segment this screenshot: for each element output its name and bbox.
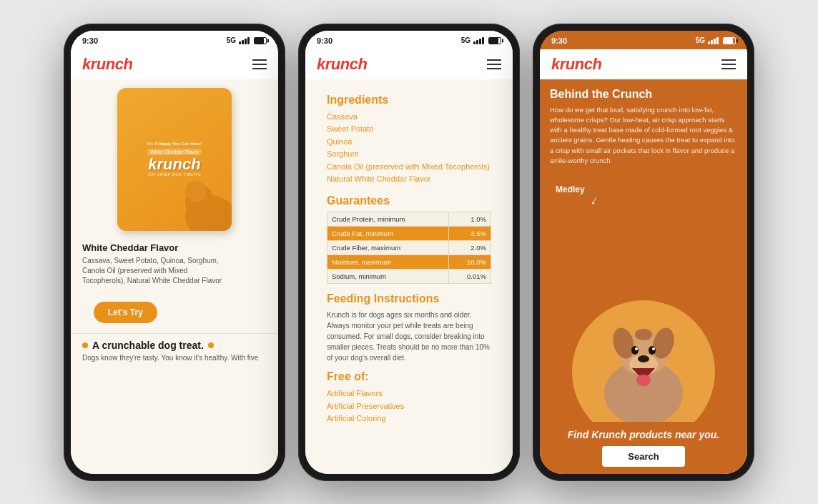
svg-point-12: [649, 346, 656, 355]
svg-point-15: [635, 329, 652, 340]
nav-bar-3: krunch: [540, 49, 747, 79]
battery-1: [254, 37, 267, 44]
ingredient-cassava: Cassava: [327, 111, 491, 124]
hamburger-2[interactable]: [487, 59, 501, 69]
bar1: [239, 41, 241, 44]
dot-right: [208, 342, 214, 348]
guarantee-row-3: Crude Fiber, maximum 2.0%: [327, 241, 491, 255]
product-bag: It's A Happy You Can Hear! White Cheddar…: [117, 88, 232, 231]
nav-bar-2: krunch: [305, 49, 513, 79]
status-right-2: 5G: [461, 36, 501, 44]
search-button[interactable]: Search: [602, 446, 684, 467]
circle-bite: [681, 182, 727, 228]
bar2: [711, 40, 713, 44]
guarantee-row-5: Sodium, minimum 0.01%: [327, 270, 491, 284]
ingredient-sweetpotato: Sweet Potato: [327, 123, 491, 136]
h-line1: [721, 59, 736, 61]
phone-2: 9:30 5G krunch: [298, 24, 520, 481]
feeding-text: Krunch is for dogs ages six months and o…: [327, 310, 491, 363]
svg-point-14: [652, 347, 655, 350]
logo-1: krunch: [82, 55, 132, 74]
ingredients-list: Cassava Sweet Potato Quinoa Sorghum Cano…: [327, 111, 491, 187]
medley-section: Medley ↓: [540, 174, 747, 422]
h-line3: [721, 68, 736, 69]
guarantees-table: Crude Protein, minimum 1.0% Crude Fat, m…: [327, 212, 491, 284]
h-line3: [487, 68, 501, 69]
free-artificial-preservatives: Artificial Preservatives: [327, 400, 491, 413]
ingredient-canola: Canola Oil (preserved with Mixed Tocophe…: [327, 161, 491, 174]
svg-point-11: [631, 346, 639, 355]
guarantee-value-3: 2.0%: [449, 241, 491, 255]
cta-area: Let's Try: [71, 292, 278, 333]
phone2-content: Ingredients Cassava Sweet Potato Quinoa …: [305, 79, 513, 474]
phone-1-screen: 9:30 5G krunch: [71, 31, 278, 474]
h-line3: [252, 68, 267, 69]
tagline-section: A crunchable dog treat. Dogs know they'r…: [71, 333, 278, 365]
bar2: [476, 40, 478, 44]
battery-2: [488, 37, 501, 44]
guarantee-value-5: 0.01%: [449, 270, 491, 284]
signal-bars-3: [708, 37, 719, 44]
h-line2: [721, 64, 736, 65]
bag-tagline: It's A Happy You Can Hear!: [147, 142, 202, 146]
guarantees-title: Guarantees: [327, 194, 491, 207]
bar4: [716, 37, 719, 44]
product-image-area: It's A Happy You Can Hear! White Cheddar…: [71, 79, 278, 237]
phone-3-screen: 9:30 5G krunch: [540, 31, 747, 474]
guarantee-label-5: Sodium, minimum: [327, 270, 449, 284]
medley-arrow-icon: ↓: [588, 192, 601, 209]
guarantee-value-4: 10.0%: [449, 255, 491, 270]
free-of-list: Artificial Flavors Artificial Preservati…: [327, 387, 491, 425]
behind-title: Behind the Crunch: [550, 88, 737, 101]
svg-point-10: [636, 375, 651, 386]
phone-2-screen: 9:30 5G krunch: [305, 31, 513, 474]
status-bar-2: 9:30 5G: [305, 31, 513, 49]
status-right-3: 5G: [696, 36, 736, 44]
bar1: [473, 41, 475, 44]
hamburger-1[interactable]: [252, 59, 267, 69]
status-right-1: 5G: [227, 36, 267, 44]
network-1: 5G: [227, 36, 236, 44]
bag-dog-art: [167, 159, 232, 231]
hamburger-3[interactable]: [721, 59, 736, 69]
tagline-sub: Dogs know they're tasty. You know it's h…: [82, 354, 267, 362]
free-artificial-flavors: Artificial Flavors: [327, 387, 491, 400]
bar1: [708, 41, 710, 44]
tagline-row: A crunchable dog treat.: [82, 340, 267, 351]
phone1-content: It's A Happy You Can Hear! White Cheddar…: [71, 79, 278, 474]
dot-left: [82, 342, 88, 348]
network-2: 5G: [461, 36, 470, 44]
phones-container: 9:30 5G krunch: [49, 9, 769, 495]
phone-1: 9:30 5G krunch: [64, 24, 285, 481]
svg-point-2: [185, 181, 207, 202]
behind-crunch-section: Behind the Crunch How do we get that lou…: [540, 79, 747, 175]
ingredient-cheddar: Natural White Cheddar Flavor: [327, 173, 491, 186]
nav-bar-1: krunch: [71, 49, 278, 79]
phone2-inner: Ingredients Cassava Sweet Potato Quinoa …: [317, 87, 501, 467]
guarantee-row-1: Crude Protein, minimum 1.0%: [327, 212, 491, 227]
ingredient-quinoa: Quinoa: [327, 136, 491, 149]
guarantee-row-2: Crude Fat, minimum 3.5%: [327, 227, 491, 241]
time-2: 9:30: [317, 36, 332, 45]
free-artificial-coloring: Artificial Coloring: [327, 412, 491, 425]
bar4: [482, 37, 484, 44]
lets-try-button[interactable]: Let's Try: [94, 302, 157, 323]
signal-bars-1: [239, 37, 250, 44]
behind-text: How do we get that loud, satisfying crun…: [550, 105, 737, 167]
ingredients-title: Ingredients: [327, 94, 491, 107]
h-line1: [252, 59, 267, 61]
h-line2: [487, 64, 501, 65]
ingredient-sorghum: Sorghum: [327, 148, 491, 161]
network-3: 5G: [696, 36, 705, 44]
find-text: Find Krunch products near you.: [550, 429, 737, 440]
status-bar-1: 9:30 5G: [71, 31, 278, 49]
guarantee-value-2: 3.5%: [449, 227, 491, 241]
medley-label: Medley: [556, 184, 585, 194]
bar3: [479, 39, 481, 44]
phone3-content: Behind the Crunch How do we get that lou…: [540, 79, 747, 474]
battery-fill-2: [489, 38, 498, 44]
dog-illustration: [561, 293, 726, 422]
battery-fill-1: [255, 38, 264, 44]
time-3: 9:30: [551, 36, 567, 45]
battery-3: [723, 37, 736, 44]
